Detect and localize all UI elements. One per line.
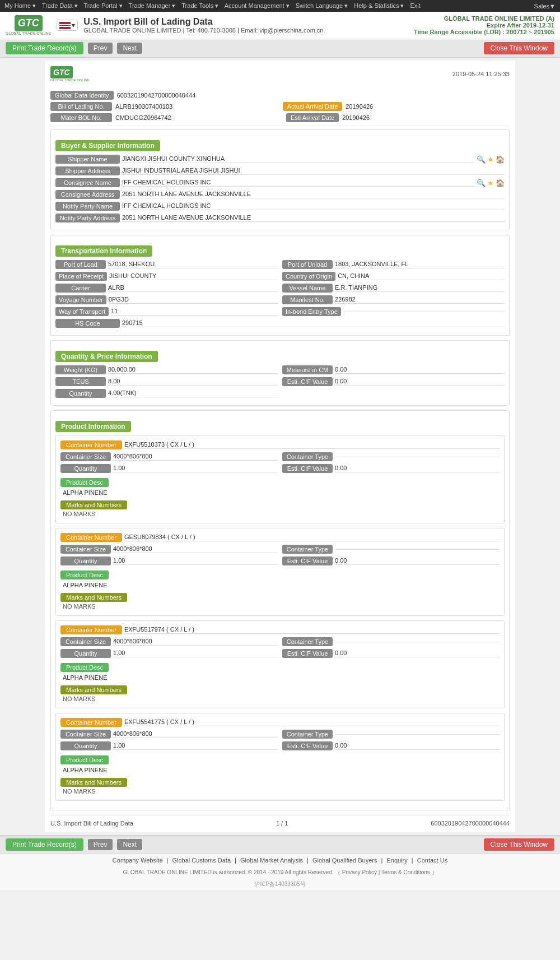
measure-cm-col: Measure in CM 0.00 [282,365,505,374]
prev-button-bottom[interactable]: Prev [88,839,113,850]
header-left: GTC GLOBAL TRADE ONLINE ▾ U.S. Import Bi… [6,15,323,35]
transportation-section: Transportation Information Port of Load … [50,235,510,336]
nav-help-statistics[interactable]: Help & Statistics ▾ [354,2,404,9]
footer-link-buyers[interactable]: Global Qualified Buyers [312,857,377,864]
marks-numbers-label-3: Marks and Numbers [60,685,127,694]
footer-link-enquiry[interactable]: Enquiry [386,857,407,864]
nav-account-management[interactable]: Account Management ▾ [225,2,290,9]
nav-trade-manager[interactable]: Trade Manager ▾ [129,2,176,9]
consignee-address-label: Consignee Address [55,190,120,199]
nav-trade-data[interactable]: Trade Data ▾ [42,2,78,9]
container-number-button-1[interactable]: Container Number [60,440,122,449]
bol-value: ALRB190307400103 [115,103,279,110]
flag-icon [59,22,71,29]
container-2-cif-value: 0.00 [335,557,500,565]
actual-arrival-badge: Actual Arrival Date [283,102,342,111]
footer-copyright: GLOBAL TRADE ONLINE LIMITED is authorize… [0,866,560,879]
logo-text: GTC [18,17,39,29]
close-window-button[interactable]: Close This Window [484,42,554,54]
doc-logo: GTC GLOBAL TRADE ONLINE [50,66,90,82]
container-4-desc-value: ALPHA PINENE [63,767,500,773]
page-header: GTC GLOBAL TRADE ONLINE ▾ U.S. Import Bi… [0,12,560,39]
voyage-number-label: Voyage Number [55,295,106,304]
container-4-type-label: Container Type [282,730,333,739]
language-selector[interactable]: ▾ [57,20,78,31]
quantity-col: Quantity 4.00(TNK) [55,389,278,398]
hs-code-row: HS Code 290715 [55,319,505,328]
master-bol-label: Mater BOL No. [50,113,112,122]
buyer-supplier-section: Buyer & Supplier Information Shipper Nam… [50,129,510,230]
product-desc-label-2: Product Desc [60,571,109,579]
buyer-supplier-header: Buyer & Supplier Information [55,140,160,151]
footer-link-customs[interactable]: Global Customs Data [172,857,231,864]
container-number-button-2[interactable]: Container Number [60,533,122,542]
consignee-home-icon[interactable]: 🏠 [496,179,505,187]
nav-trade-portal[interactable]: Trade Portal ▾ [84,2,123,9]
global-data-identity-label: Global Data Identity [50,91,114,100]
consignee-actions: 🔍 ★ 🏠 [477,179,505,187]
container-4-type-col: Container Type [282,730,500,739]
doc-footer-center: 1 / 1 [276,820,288,827]
container-1-qty-value: 1.00 [113,465,278,472]
consignee-star-icon[interactable]: ★ [487,179,494,187]
container-4: Container Number EXFU5541775 ( CX / L / … [55,713,505,801]
print-button-bottom[interactable]: Print Trade Record(s) [6,838,83,851]
container-2-qty-cif-row: Quantity 1.00 Esti. CIF Value 0.00 [60,556,500,565]
container-1-number-row: Container Number EXFU5510373 ( CX / L / … [60,440,500,449]
weight-value: 80,000.00 [108,366,278,374]
footer-link-market[interactable]: Global Market Analysis [240,857,303,864]
doc-header: GTC GLOBAL TRADE ONLINE 2019-05-24 11:25… [50,66,510,85]
company-info: GLOBAL TRADE ONLINE LIMITED | Tel: 400-7… [83,27,323,34]
next-button-bottom[interactable]: Next [117,839,142,850]
master-bol-value: CMDUGGZ0964742 [115,114,283,121]
star-icon[interactable]: ★ [487,155,494,164]
teus-col: TEUS 8.00 [55,377,278,386]
nav-sales[interactable]: Sales▼ [534,3,556,10]
consignee-address-row: Consignee Address 2051 NORTH LANE AVENUE… [55,190,505,199]
search-icon[interactable]: 🔍 [477,155,486,164]
consignee-search-icon[interactable]: 🔍 [477,179,486,187]
voyage-number-value: 0PG3D [109,296,278,304]
global-data-identity-value: 60032019042700000040444 [117,92,510,99]
consignee-name-label: Consignee Name [55,178,120,187]
notify-party-name-row: Notify Party Name IFF CHEMICAL HOLDINGS … [55,202,505,211]
container-2-size-type-row: Container Size 4000*806*800 Container Ty… [60,545,500,554]
container-2-number-row: Container Number GESU8079834 ( CX / L / … [60,533,500,542]
master-bol-row: Mater BOL No. CMDUGGZ0964742 Esti Arriva… [50,113,510,122]
hs-code-value: 290715 [122,319,505,327]
nav-exit[interactable]: Exit [410,2,421,9]
container-number-button-4[interactable]: Container Number [60,718,122,727]
container-1-qty-col: Quantity 1.00 [60,464,278,473]
container-3-desc-area: Product Desc ALPHA PINENE Marks and Numb… [60,661,500,702]
hs-code-label: HS Code [55,319,120,328]
container-4-cif-col: Esti. CIF Value 0.00 [282,741,500,750]
home-icon[interactable]: 🏠 [496,155,505,164]
footer-link-company[interactable]: Company Website [113,857,163,864]
header-title-area: U.S. Import Bill of Lading Data GLOBAL T… [83,17,323,34]
container-1-type-value [335,456,500,457]
footer-link-contact[interactable]: Contact Us [417,857,447,864]
weight-col: Weight (KG) 80,000.00 [55,365,278,374]
container-number-button-3[interactable]: Container Number [60,625,122,634]
nav-my-home[interactable]: My Home ▾ [4,2,36,9]
quantity-label: Quantity [55,389,106,398]
container-4-cif-value: 0.00 [335,742,500,750]
carrier-label: Carrier [55,284,106,293]
actual-arrival-value: 20190426 [346,103,510,110]
next-button[interactable]: Next [117,43,142,54]
esti-cif-col: Esti. CIF Value 0.00 [282,377,505,386]
close-window-button-bottom[interactable]: Close This Window [484,838,554,851]
teus-label: TEUS [55,377,106,386]
nav-items[interactable]: My Home ▾ Trade Data ▾ Trade Portal ▾ Tr… [4,2,425,10]
container-3-size-type-row: Container Size 4000*806*800 Container Ty… [60,637,500,646]
esti-arrival-badge: Esti Arrival Date [286,113,339,122]
prev-button[interactable]: Prev [88,43,113,54]
quantity-price-header: Quantity & Price Information [55,351,158,362]
notify-party-address-label: Notify Party Address [55,214,120,222]
container-1-cif-value: 0.00 [335,465,500,472]
container-2: Container Number GESU8079834 ( CX / L / … [55,528,505,616]
container-4-size-label: Container Size [60,730,111,739]
nav-switch-language[interactable]: Switch Language ▾ [296,2,348,9]
nav-trade-tools[interactable]: Trade Tools ▾ [181,2,218,9]
print-button[interactable]: Print Trade Record(s) [6,42,83,54]
